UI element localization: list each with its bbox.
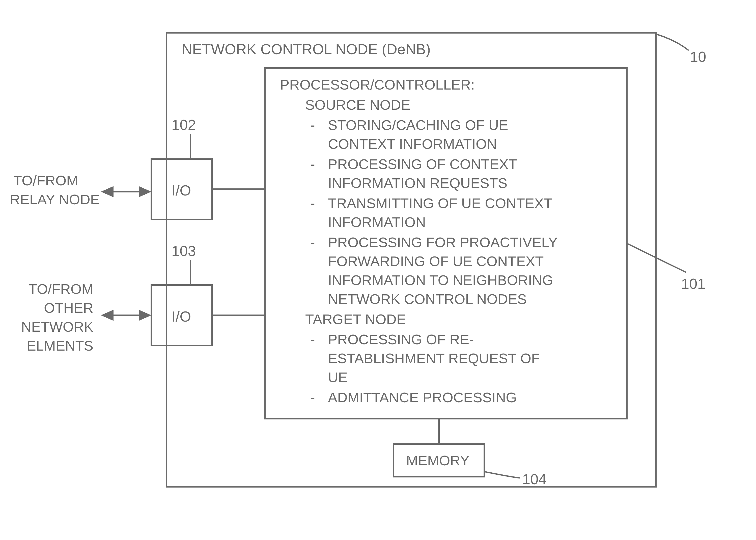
external-label-other: TO/FROM OTHER NETWORK ELMENTS (21, 281, 93, 353)
bullet5-line1: PROCESSING OF RE- (328, 332, 474, 347)
double-arrow-other (101, 310, 151, 321)
processor-title: PROCESSOR/CONTROLLER: (280, 77, 475, 92)
external-label-relay: TO/FROM RELAY NODE (10, 173, 100, 207)
svg-marker-2 (139, 186, 151, 197)
ref-10-label: 10 (690, 49, 706, 65)
ext1-l1: TO/FROM (13, 173, 78, 189)
bullet5-line3: UE (328, 369, 348, 385)
ext2-l2: OTHER (44, 300, 93, 316)
double-arrow-relay (101, 186, 151, 197)
bullet3-line2: INFORMATION (328, 214, 426, 230)
diagram-canvas: NETWORK CONTROL NODE (DeNB) 10 PROCESSOR… (0, 0, 756, 540)
bullet2-line1: PROCESSING OF CONTEXT (328, 156, 517, 172)
bullet4-line3: INFORMATION TO NEIGHBORING (328, 272, 553, 288)
source-node-heading: SOURCE NODE (305, 97, 410, 113)
bullet4-line4: NETWORK CONTROL NODES (328, 291, 527, 307)
target-node-heading: TARGET NODE (305, 311, 406, 327)
bullet4-line1: PROCESSING FOR PROACTIVELY (328, 234, 558, 250)
ext2-l4: ELMENTS (27, 338, 93, 353)
bullet-dash: - (310, 195, 315, 211)
bullet1-line1: STORING/CACHING OF UE (328, 117, 508, 133)
processor-text: PROCESSOR/CONTROLLER: SOURCE NODE - STOR… (280, 77, 558, 405)
ext1-l2: RELAY NODE (10, 192, 100, 207)
ref-104-leader (484, 472, 520, 478)
io-102-text: I/O (172, 182, 191, 199)
bullet5-line2: ESTABLISHMENT REQUEST OF (328, 350, 540, 366)
bullet-dash: - (310, 332, 315, 347)
ref-104-label: 104 (522, 471, 547, 487)
ref-101-label: 101 (681, 275, 705, 292)
io-103-text: I/O (172, 308, 191, 325)
ref-103-label: 103 (172, 243, 196, 259)
bullet6-line1: ADMITTANCE PROCESSING (328, 389, 517, 405)
bullet-dash: - (310, 234, 315, 250)
bullet4-line2: FORWARDING OF UE CONTEXT (328, 253, 544, 269)
ext2-l3: NETWORK (21, 319, 93, 335)
ref-10-leader (656, 34, 689, 51)
ext2-l1: TO/FROM (29, 281, 93, 297)
ref-102-label: 102 (172, 116, 196, 133)
bullet-dash: - (310, 389, 315, 405)
bullet-dash: - (310, 117, 315, 133)
bullet3-line1: TRANSMITTING OF UE CONTEXT (328, 195, 552, 211)
svg-marker-5 (139, 310, 151, 321)
bullet-dash: - (310, 156, 315, 172)
svg-marker-1 (101, 186, 113, 197)
bullet1-line2: CONTEXT INFORMATION (328, 136, 497, 152)
bullet2-line2: INFORMATION REQUESTS (328, 175, 507, 191)
network-control-node-title: NETWORK CONTROL NODE (DeNB) (182, 41, 431, 57)
memory-label: MEMORY (406, 453, 469, 469)
svg-marker-4 (101, 310, 113, 321)
